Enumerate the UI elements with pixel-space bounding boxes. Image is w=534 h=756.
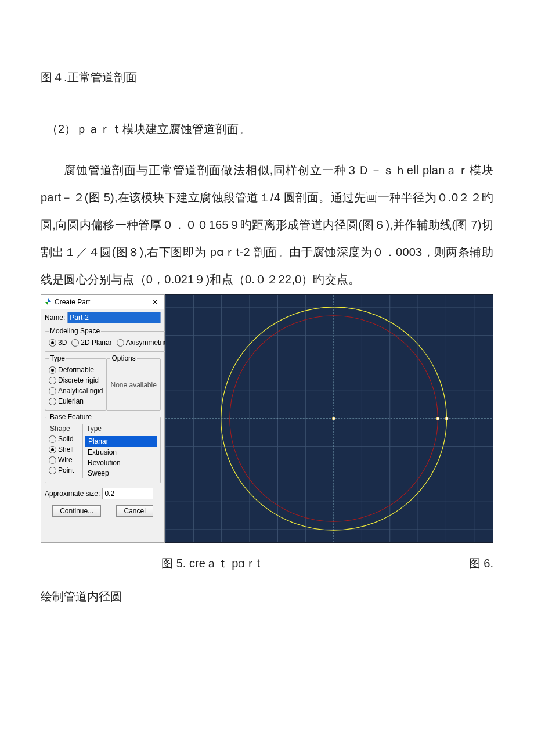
close-icon[interactable]: × xyxy=(147,297,163,307)
bf-type-extrusion[interactable]: Extrusion xyxy=(85,448,157,457)
radio-shape-wire[interactable]: Wire xyxy=(49,456,80,464)
continue-button[interactable]: Continue... xyxy=(52,505,101,517)
inner-right-point xyxy=(436,417,439,420)
type-legend: Type xyxy=(49,354,66,362)
radio-analytical-rigid[interactable]: Analytical rigid xyxy=(49,387,103,395)
radio-3d[interactable]: 3D xyxy=(49,339,67,347)
bf-type-revolution[interactable]: Revolution xyxy=(85,458,157,467)
figure6-caption-line2: 绘制管道内径圆 xyxy=(41,589,493,604)
radio-axisymmetric[interactable]: Axisymmetric xyxy=(117,339,167,347)
modeling-space-legend: Modeling Space xyxy=(49,327,101,335)
modeling-space-group: Modeling Space 3D 2D Planar Axisymmetric xyxy=(45,327,171,352)
body-paragraph: 腐蚀管道剖面与正常管道剖面做法相似,同样创立一种３Ｄ－ｓｈell planａｒ模… xyxy=(41,157,493,293)
radio-shape-shell[interactable]: Shell xyxy=(49,445,80,453)
name-label: Name: xyxy=(45,314,65,322)
options-legend: Options xyxy=(110,354,136,362)
part-name-input[interactable] xyxy=(67,312,161,323)
base-feature-group: Base Feature Shape Solid Shell Wire Poin… xyxy=(45,413,161,483)
radio-2d-planar[interactable]: 2D Planar xyxy=(71,339,111,347)
options-none: None available xyxy=(110,366,157,389)
figure-row: Create Part × Name: Modeling Space 3D 2D… xyxy=(41,294,493,543)
radio-discrete-rigid[interactable]: Discrete rigid xyxy=(49,376,103,384)
sketch-grid xyxy=(165,295,493,542)
dialog-titlebar: Create Part × xyxy=(41,295,164,309)
figure5-caption: 图 5. creａｔ pɑｒt xyxy=(92,556,260,571)
cancel-button[interactable]: Cancel xyxy=(116,505,153,517)
radio-deformable[interactable]: Deformable xyxy=(49,366,103,374)
dialog-icon xyxy=(44,298,53,306)
outer-right-point xyxy=(445,417,448,420)
section-heading: （2）ｐａｒｔ模块建立腐蚀管道剖面。 xyxy=(41,121,493,137)
sketch-viewport[interactable] xyxy=(165,294,493,543)
figure-captions: 图 5. creａｔ pɑｒt 图 6. xyxy=(41,556,493,571)
options-group: Options None available xyxy=(106,354,161,411)
bf-shape-header: Shape xyxy=(50,424,80,433)
bf-type-header: Type xyxy=(86,424,157,433)
dialog-title: Create Part xyxy=(55,298,147,306)
figure4-caption: 图４.正常管道剖面 xyxy=(41,70,493,85)
base-feature-legend: Base Feature xyxy=(49,413,93,421)
radio-shape-solid[interactable]: Solid xyxy=(49,435,80,443)
center-point xyxy=(333,417,335,420)
bf-type-planar[interactable]: Planar xyxy=(85,436,157,447)
approx-size-label: Approximate size: xyxy=(45,489,100,498)
radio-shape-point[interactable]: Point xyxy=(49,466,80,474)
approx-size-input[interactable] xyxy=(102,488,153,499)
bf-type-sweep[interactable]: Sweep xyxy=(85,469,157,478)
radio-eulerian[interactable]: Eulerian xyxy=(49,397,103,405)
figure6-caption: 图 6. xyxy=(447,556,493,571)
create-part-dialog: Create Part × Name: Modeling Space 3D 2D… xyxy=(41,294,165,543)
type-group: Type Deformable Discrete rigid Analytica… xyxy=(45,354,106,411)
